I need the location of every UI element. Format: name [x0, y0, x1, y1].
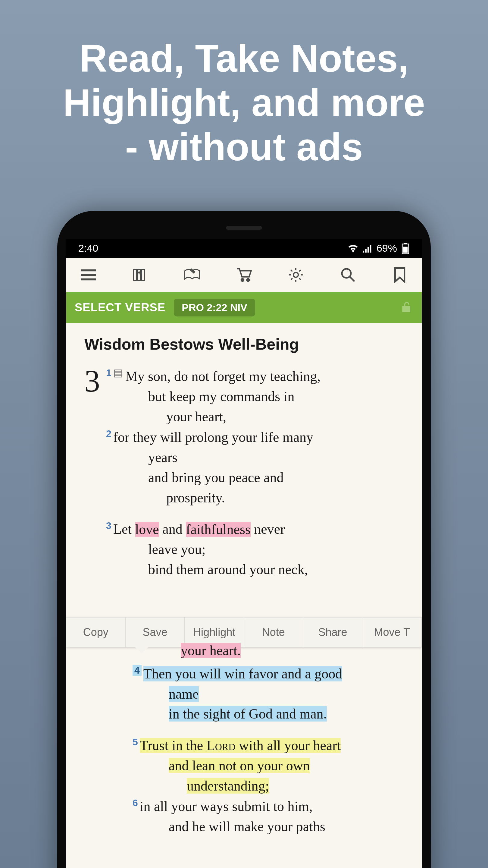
verse-num-6: 6 [133, 798, 138, 808]
verse-num-3: 3 [106, 520, 111, 531]
v2-line2: and bring you peace and [106, 468, 404, 488]
svg-rect-1 [365, 249, 367, 252]
v1-text: My son, do not forget my teaching, [125, 369, 321, 384]
scripture-content: Wisdom Bestows Well-Being 3 1▤My son, do… [66, 323, 422, 591]
phone-screen: 2:40 69% [66, 239, 422, 868]
v4-line1: Then you will win favor and a good [143, 666, 342, 681]
svg-rect-12 [141, 270, 144, 281]
v3-pre: Let [113, 522, 135, 537]
status-time: 2:40 [78, 242, 98, 254]
status-right: 69% [348, 242, 410, 254]
svg-rect-0 [363, 250, 364, 252]
svg-rect-10 [134, 270, 137, 281]
chapter-number: 3 [84, 365, 100, 591]
unlock-icon[interactable] [401, 301, 413, 314]
select-verse-label: SELECT VERSE [75, 301, 165, 314]
verse-5[interactable]: 5Trust in the Lord with all your heart a… [84, 735, 404, 837]
v3-post: never [251, 522, 285, 537]
study-icon[interactable] [184, 266, 201, 284]
verse-4[interactable]: 4Then you will win favor and a good name… [84, 663, 404, 724]
wifi-icon [348, 244, 358, 253]
v2-text: for they will prolong your life many [113, 430, 313, 445]
verse-num-1: 1 [106, 367, 111, 378]
v1-line2: but keep my commands in [106, 387, 404, 407]
svg-point-17 [293, 273, 298, 277]
app-toolbar [66, 258, 422, 292]
verse-num-5: 5 [133, 737, 138, 747]
scripture-content-lower: your heart. 4Then you will win favor and… [66, 641, 422, 837]
bookmark-icon[interactable] [391, 266, 409, 284]
v1-line2b: your heart, [106, 407, 404, 427]
hero-line3: - without ads [18, 125, 470, 169]
v4-line2: in the sight of God and man. [169, 706, 327, 721]
signal-icon [363, 244, 372, 253]
svg-rect-11 [138, 270, 141, 281]
v5-line2: and lean not on your own [169, 758, 310, 773]
v3-and: and [159, 522, 186, 537]
battery-icon [401, 243, 410, 254]
phone-frame: 2:40 69% [57, 211, 431, 868]
library-icon[interactable] [131, 266, 149, 284]
svg-point-15 [241, 279, 244, 281]
svg-rect-2 [367, 247, 369, 253]
v3-line2: bind them around your neck, [106, 560, 404, 580]
v6-line2: and he will make your paths [133, 817, 404, 837]
verse-block: 3 1▤My son, do not forget my teaching, b… [84, 365, 404, 591]
verse-num-4: 4 [133, 665, 141, 676]
menu-icon[interactable] [79, 266, 97, 284]
svg-line-19 [350, 277, 354, 281]
verse-1[interactable]: 1▤My son, do not forget my teaching, but… [106, 365, 404, 508]
v5-pre: Trust in the [140, 738, 207, 753]
v3-line3: your heart. [84, 641, 404, 661]
phone-speaker [226, 226, 262, 230]
verse-selector-bar: SELECT VERSE PRO 2:22 NIV [66, 292, 422, 323]
v5-lord: Lord [207, 738, 235, 753]
svg-point-18 [342, 269, 351, 278]
verse-3[interactable]: 3Let love and faithfulness never leave y… [106, 519, 404, 580]
verse-reference-button[interactable]: PRO 2:22 NIV [174, 299, 255, 316]
hero-heading: Read, Take Notes, Highlight, and more - … [0, 0, 488, 169]
v3-line1b: leave you; [106, 539, 404, 560]
hero-line2: Highlight, and more [18, 81, 470, 125]
v5-post: with all your heart [235, 738, 341, 753]
status-bar: 2:40 69% [66, 239, 422, 258]
svg-point-16 [247, 279, 249, 281]
v5-line2b: understanding; [187, 778, 269, 794]
gear-icon[interactable] [287, 266, 304, 284]
battery-percent: 69% [377, 242, 397, 254]
v4-line1b: name [169, 686, 199, 702]
chapter-title: Wisdom Bestows Well-Being [84, 335, 404, 353]
svg-rect-3 [370, 245, 371, 253]
hero-line1: Read, Take Notes, [18, 36, 470, 81]
v6-line1: in all your ways submit to him, [140, 799, 313, 814]
cart-icon[interactable] [235, 266, 253, 284]
v2-line1b: years [106, 447, 404, 468]
v3-faith: faithfulness [186, 522, 251, 537]
verses-container: 1▤My son, do not forget my teaching, but… [106, 365, 404, 591]
verse-num-2: 2 [106, 428, 111, 439]
note-indicator-icon[interactable]: ▤ [113, 365, 123, 380]
search-icon[interactable] [339, 266, 357, 284]
v2-line2b: prosperity. [106, 488, 404, 508]
svg-rect-6 [403, 247, 408, 253]
v3-love: love [135, 522, 159, 537]
